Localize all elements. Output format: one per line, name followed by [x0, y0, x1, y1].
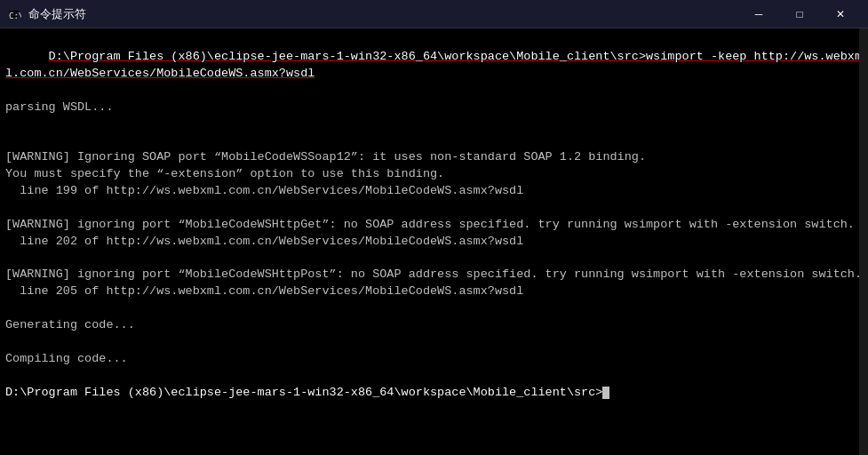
terminal-line — [5, 200, 863, 217]
terminal-line: line 205 of http://ws.webxml.com.cn/WebS… — [5, 283, 863, 300]
cmd-icon: C:\ — [7, 7, 21, 21]
window-title: 命令提示符 — [28, 6, 86, 22]
cursor — [602, 387, 609, 399]
terminal-line: parsing WSDL... — [5, 100, 863, 116]
maximize-button[interactable]: □ — [779, 0, 820, 28]
terminal-line: [WARNING] ignoring port “MobileCodeWSHtt… — [5, 217, 863, 234]
terminal-line: Compiling code... — [5, 351, 863, 368]
scroll-indicator — [859, 28, 868, 455]
terminal-line: Generating code... — [5, 317, 863, 334]
terminal-line: line 199 of http://ws.webxml.com.cn/WebS… — [5, 183, 863, 200]
terminal-line: [WARNING] Ignoring SOAP port “MobileCode… — [5, 149, 863, 166]
terminal-line — [5, 251, 863, 267]
minimize-button[interactable]: ─ — [738, 0, 779, 28]
close-button[interactable]: ✕ — [820, 0, 861, 28]
terminal-line — [5, 300, 863, 317]
window-controls: ─ □ ✕ — [738, 0, 861, 28]
cmd-window: C:\ 命令提示符 ─ □ ✕ D:\Program Files (x86)\e… — [0, 0, 868, 455]
terminal-line — [5, 334, 863, 351]
terminal-line: [WARNING] ignoring port “MobileCodeWSHtt… — [5, 267, 863, 283]
terminal-body[interactable]: D:\Program Files (x86)\eclipse-jee-mars-… — [0, 28, 868, 455]
terminal-line — [5, 368, 863, 385]
terminal-line: line 202 of http://ws.webxml.com.cn/WebS… — [5, 234, 863, 251]
terminal-line: D:\Program Files (x86)\eclipse-jee-mars-… — [5, 32, 863, 100]
terminal-line — [5, 116, 863, 132]
title-bar-left: C:\ 命令提示符 — [7, 6, 86, 22]
terminal-line — [5, 132, 863, 149]
title-bar: C:\ 命令提示符 ─ □ ✕ — [0, 0, 868, 28]
svg-text:C:\: C:\ — [9, 12, 21, 20]
command-text: D:\Program Files (x86)\eclipse-jee-mars-… — [5, 50, 862, 80]
terminal-prompt-line: D:\Program Files (x86)\eclipse-jee-mars-… — [5, 385, 863, 402]
terminal-line: You must specify the “-extension” option… — [5, 166, 863, 183]
